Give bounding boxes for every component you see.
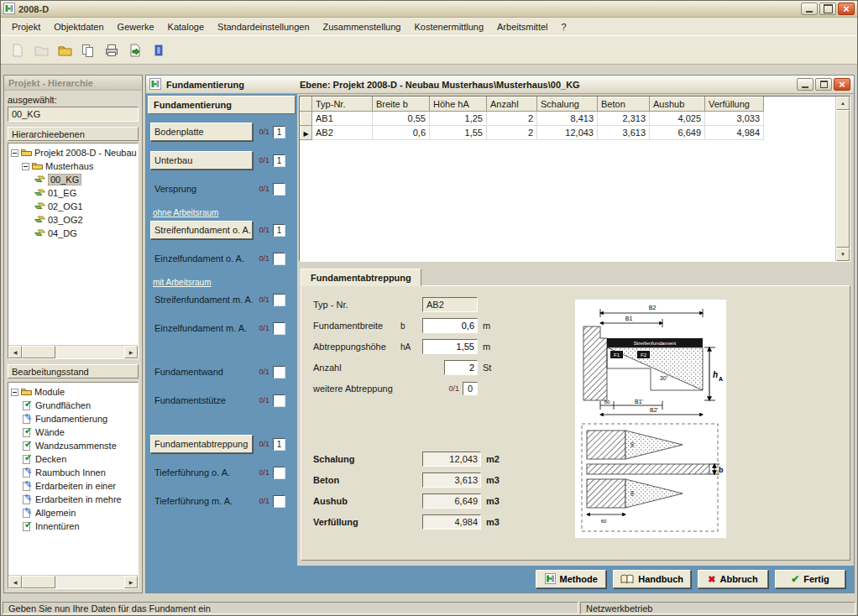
print-icon[interactable] — [101, 39, 122, 60]
minimize-button[interactable] — [801, 3, 818, 15]
module-item-erdarbeiten-einer[interactable]: Erdarbeiten in einer — [11, 479, 138, 493]
tree-item-03-og2[interactable]: 03_OG2 — [11, 213, 138, 227]
table-row-ab1[interactable]: AB1 0,55 1,25 2 8,413 2,313 4,025 3,033 — [301, 112, 835, 126]
menu-item-kostenermittlung[interactable]: Kostenermittlung — [407, 19, 490, 34]
tree-item-module-root[interactable]: Module — [11, 385, 138, 399]
menu-item-projekt[interactable]: Projekt — [5, 19, 47, 34]
scroll-left-button[interactable] — [8, 346, 22, 358]
tree-item-04-dg[interactable]: 04_DG — [11, 227, 138, 240]
menu-item-gewerke[interactable]: Gewerke — [111, 19, 161, 34]
fundamentabtreppung-button[interactable]: Fundamentabtreppung — [150, 435, 253, 453]
scroll-thumb[interactable] — [22, 576, 55, 588]
modules-horizontal-scrollbar[interactable] — [8, 575, 138, 588]
versprung-label[interactable]: Versprung — [150, 184, 253, 194]
menu-item-objektdaten[interactable]: Objektdaten — [47, 19, 110, 34]
child-close-button[interactable] — [834, 78, 850, 91]
fundamentbreite-input[interactable] — [422, 318, 478, 333]
tree-item-01-eg[interactable]: 01_EG — [11, 186, 138, 200]
fraction-label: 0/1 — [256, 396, 269, 405]
child-restore-button[interactable] — [815, 78, 832, 91]
tree-item-project-root[interactable]: Projekt 2008-D - Neubau — [11, 146, 138, 159]
bodenplatte-button[interactable]: Bodenplatte — [150, 123, 253, 141]
table-vertical-scrollbar[interactable] — [835, 97, 850, 261]
einzelfundament-oa-label[interactable]: Einzelfundament o. A. — [150, 253, 253, 264]
tree-item-musterhaus[interactable]: Musterhaus — [11, 159, 138, 173]
levels-horizontal-scrollbar[interactable] — [8, 345, 138, 358]
module-item-allgemein[interactable]: Allgemein — [11, 506, 138, 519]
col-header-beton: Beton — [598, 97, 650, 112]
menu-item-zusammenstellung[interactable]: Zusammenstellung — [317, 19, 408, 34]
module-item-raumbuch-innen[interactable]: Raumbuch Innen — [11, 466, 138, 479]
abtreppungshoehe-input[interactable] — [422, 339, 478, 354]
fertig-button[interactable]: Fertig — [775, 570, 845, 588]
module-item-decken[interactable]: Decken — [11, 452, 138, 466]
collapse-icon[interactable] — [11, 149, 18, 157]
row-selector[interactable] — [301, 112, 312, 126]
svg-text:B2': B2' — [650, 407, 658, 413]
menu-item-arbeitsmittel[interactable]: Arbeitsmittel — [490, 19, 555, 34]
table-row-ab2[interactable]: AB2 0,6 1,55 2 12,043 3,613 6,649 4,984 — [301, 126, 835, 140]
streifenfundament-ma-label[interactable]: Streifenfundament m. A. — [150, 295, 253, 305]
streifenfundament-oa-button[interactable]: Streifenfundament o. A. — [150, 221, 253, 239]
exit-icon[interactable] — [148, 39, 169, 60]
anzahl-input[interactable] — [444, 360, 478, 375]
fundamentstuetze-label[interactable]: Fundamentstütze — [150, 395, 253, 405]
tieferfuehrung-ma-label[interactable]: Tieferführung m. A. — [150, 496, 253, 506]
unterbau-button[interactable]: Unterbau — [150, 151, 253, 170]
count-box — [273, 183, 285, 196]
cancel-x-icon — [708, 574, 715, 585]
status-header: Bearbeitungsstand — [8, 364, 139, 378]
copy-icon[interactable] — [77, 39, 98, 60]
methode-button[interactable]: Methode — [536, 570, 606, 588]
fundamentwand-label[interactable]: Fundamentwand — [150, 367, 253, 377]
scroll-left-button[interactable] — [8, 576, 22, 588]
scroll-right-button[interactable] — [124, 576, 138, 588]
tree-item-label: 03_OG2 — [48, 215, 83, 225]
verfuellung-label: Verfüllung — [313, 517, 422, 527]
scroll-track[interactable] — [22, 576, 124, 588]
export-icon[interactable] — [124, 39, 145, 60]
tree-item-label: 00_KG — [48, 174, 81, 185]
tab-fundamentabtreppung[interactable]: Fundamentabtreppung — [301, 269, 421, 286]
close-button[interactable] — [838, 3, 855, 15]
menu-item-kataloge[interactable]: Kataloge — [161, 19, 211, 34]
child-minimize-button[interactable] — [797, 78, 814, 91]
scroll-track[interactable] — [22, 346, 124, 358]
scroll-right-button[interactable] — [124, 346, 138, 358]
abbruch-button[interactable]: Abbruch — [698, 570, 768, 588]
einzelfundament-ma-label[interactable]: Einzelfundament m. A. — [150, 323, 253, 333]
maximize-button[interactable] — [819, 3, 836, 15]
module-item-waende[interactable]: Wände — [11, 425, 138, 439]
module-item-erdarbeiten-mehre[interactable]: Erdarbeiten in mehre — [11, 493, 138, 506]
tieferfuehrung-oa-label[interactable]: Tieferführung o. A. — [150, 467, 253, 478]
module-item-wandzusammenstellung[interactable]: Wandzusammenste — [11, 439, 138, 452]
weitere-abtreppung-input[interactable]: 0 — [463, 382, 478, 395]
scroll-up-button[interactable] — [836, 97, 850, 110]
menu-item-hilfe[interactable]: ? — [555, 19, 573, 34]
scroll-thumb[interactable] — [836, 110, 850, 248]
collapse-icon[interactable] — [22, 163, 29, 170]
row-selector-current[interactable] — [301, 126, 312, 140]
module-item-fundamentierung[interactable]: Fundamentierung — [11, 412, 138, 425]
count-box: 1 — [273, 224, 285, 237]
status-edit-icon — [22, 508, 33, 519]
tree-item-00-kg[interactable]: 00_KG — [11, 173, 138, 186]
status-message: Geben Sie nun Ihre Daten für das Fundame… — [3, 602, 578, 614]
folder-icon[interactable] — [54, 39, 75, 60]
cell-typ-nr: AB2 — [312, 126, 373, 140]
module-item-innentueren[interactable]: Innentüren — [11, 519, 138, 533]
layer-icon — [34, 228, 45, 238]
child-titlebar[interactable]: Fundamentierung Ebene: Projekt 2008-D - … — [146, 76, 854, 94]
child-window-title: Fundamentierung — [166, 80, 244, 90]
module-item-grundflaechen[interactable]: Grundflächen — [11, 399, 138, 412]
status-done-icon — [22, 521, 33, 532]
abtreppungshoehe-unit: m — [483, 342, 490, 352]
main-titlebar[interactable]: 2008-D — [1, 1, 857, 18]
tree-item-02-og1[interactable]: 02_OG1 — [11, 200, 138, 213]
handbuch-button[interactable]: Handbuch — [613, 570, 691, 588]
collapse-icon[interactable] — [11, 389, 18, 396]
layer-icon — [34, 201, 45, 211]
menu-item-standardeinstellungen[interactable]: Standardeinstellungen — [211, 19, 316, 34]
scroll-thumb[interactable] — [22, 346, 55, 358]
scroll-down-button[interactable] — [836, 248, 850, 261]
